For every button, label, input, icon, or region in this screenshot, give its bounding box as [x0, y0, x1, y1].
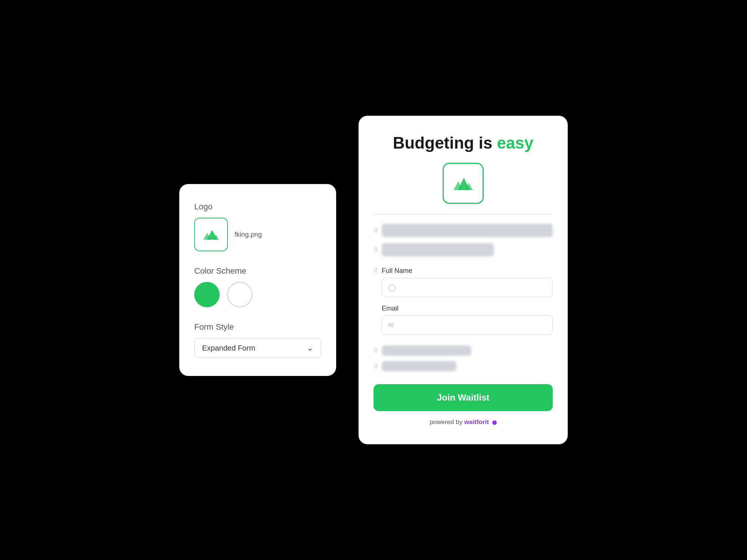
- full-name-input[interactable]: ◯: [382, 278, 553, 297]
- main-title: Budgeting is easy: [374, 134, 553, 152]
- logo-center: [374, 163, 553, 204]
- logo-center-box: [443, 163, 484, 204]
- color-scheme-label: Color Scheme: [194, 266, 321, 276]
- preview-panel: Budgeting is easy ⠿ ⠿ ⠿ Full Name: [359, 116, 568, 444]
- color-scheme-row: [194, 282, 321, 307]
- full-name-label: Full Name: [382, 267, 553, 275]
- divider: [374, 214, 553, 215]
- title-black-text: Budgeting is: [393, 134, 492, 152]
- bottom-blurred-row-1: ⠿: [374, 345, 553, 356]
- form-style-dropdown[interactable]: Expanded Form ⌄: [194, 338, 321, 358]
- powered-by: powered by waitforit: [374, 419, 553, 426]
- logo-box[interactable]: [194, 218, 228, 251]
- drag-handle-bottom-1: ⠿: [374, 347, 378, 354]
- drag-handle-1: ⠿: [374, 227, 378, 234]
- logo-preview: fking.png: [194, 218, 321, 251]
- form-style-section: Form Style Expanded Form ⌄: [194, 322, 321, 358]
- blurred-bar-2: [382, 243, 494, 256]
- powered-by-text: powered by: [430, 419, 462, 426]
- full-name-field-group: Full Name ◯: [382, 267, 553, 297]
- chevron-down-icon: ⌄: [307, 343, 313, 352]
- form-style-selected: Expanded Form: [202, 344, 255, 352]
- email-input[interactable]: ✉: [382, 315, 553, 335]
- logo-mountain-icon: [202, 225, 220, 243]
- powered-dot-icon: [492, 420, 497, 425]
- logo-filename: fking.png: [235, 231, 262, 239]
- bottom-blurred-bar-2: [382, 361, 456, 371]
- bottom-blurred-bar-1: [382, 345, 471, 356]
- drag-handle-bottom-2: ⠿: [374, 363, 378, 370]
- powered-by-brand: waitforit: [464, 419, 489, 426]
- join-waitlist-button[interactable]: Join Waitlist: [374, 384, 553, 411]
- center-mountain-icon: [452, 172, 475, 194]
- logo-section: Logo fking.png: [194, 202, 321, 251]
- email-icon: ✉: [388, 321, 394, 329]
- color-scheme-section: Color Scheme: [194, 266, 321, 307]
- blurred-row-2: ⠿: [374, 243, 553, 256]
- blurred-bar-1: [382, 224, 553, 237]
- person-icon: ◯: [388, 283, 396, 292]
- logo-label: Logo: [194, 202, 321, 212]
- color-swatch-white[interactable]: [227, 282, 252, 307]
- form-style-label: Form Style: [194, 322, 321, 332]
- email-row: ⠿ Email ✉: [374, 305, 553, 335]
- settings-panel: Logo fking.png Color Scheme Form Style: [179, 184, 336, 376]
- email-label: Email: [382, 305, 553, 312]
- color-swatch-green[interactable]: [194, 282, 220, 307]
- email-field-group: Email ✉: [382, 305, 553, 335]
- drag-handle-fullname: ⠿: [374, 267, 378, 274]
- drag-handle-2: ⠿: [374, 246, 378, 253]
- blurred-row-1: ⠿: [374, 224, 553, 237]
- title-green-text: easy: [497, 134, 533, 152]
- bottom-blurred-row-2: ⠿: [374, 361, 553, 371]
- full-name-row: ⠿ Full Name ◯: [374, 267, 553, 297]
